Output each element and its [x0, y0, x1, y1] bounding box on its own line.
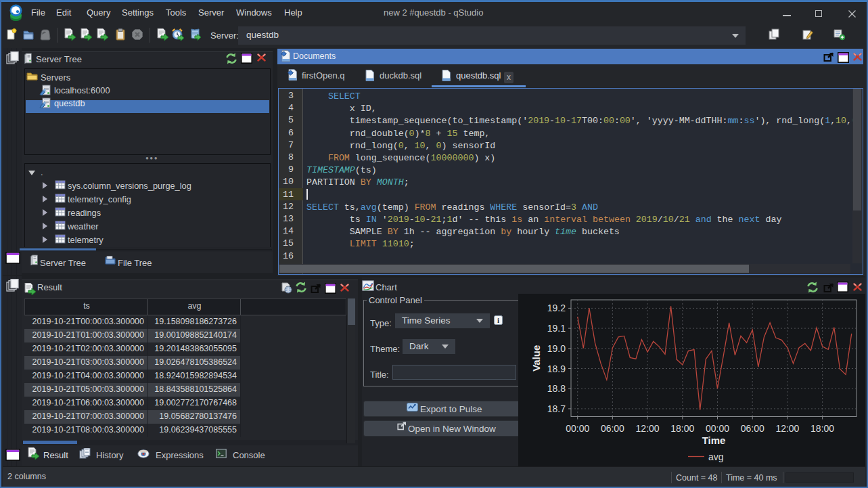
svg-text:06:00: 06:00 — [741, 423, 764, 434]
svg-text:19.1: 19.1 — [547, 323, 566, 334]
svg-text:12:00: 12:00 — [636, 423, 660, 434]
svg-text:avg: avg — [708, 451, 724, 462]
svg-text:12:00: 12:00 — [775, 423, 799, 434]
svg-text:18:00: 18:00 — [670, 423, 694, 434]
svg-text:Time: Time — [702, 435, 726, 446]
svg-text:18.7: 18.7 — [547, 403, 566, 414]
svg-text:18.9: 18.9 — [547, 363, 566, 374]
svg-text:19.2: 19.2 — [547, 303, 566, 313]
svg-text:i: i — [497, 316, 499, 324]
svg-text:18:00: 18:00 — [810, 423, 834, 434]
svg-text:00:00: 00:00 — [706, 423, 729, 434]
svg-text:18.8: 18.8 — [547, 383, 566, 394]
svg-text:00:00: 00:00 — [566, 423, 589, 434]
svg-text:06:00: 06:00 — [601, 423, 624, 434]
svg-text:Value: Value — [530, 345, 542, 372]
svg-text:19.0: 19.0 — [547, 343, 566, 354]
